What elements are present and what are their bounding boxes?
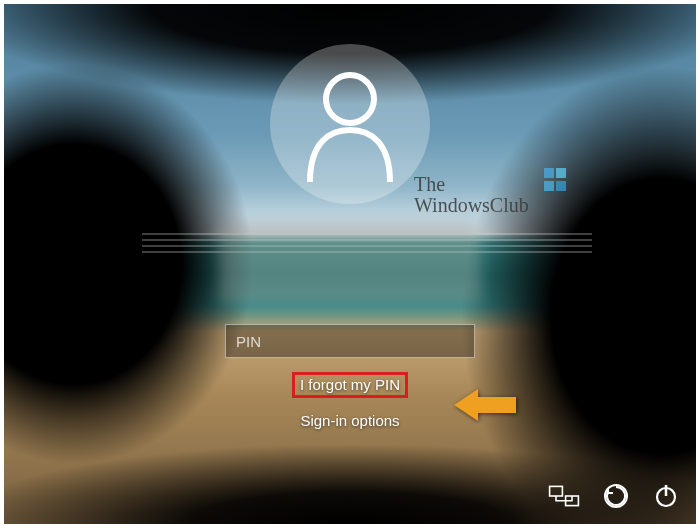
power-icon[interactable] <box>652 482 680 514</box>
forgot-pin-link[interactable]: I forgot my PIN <box>300 376 400 393</box>
svg-rect-1 <box>550 486 563 496</box>
watermark-logo-icon <box>544 168 568 192</box>
pin-input[interactable] <box>225 324 475 358</box>
network-icon[interactable] <box>548 482 580 514</box>
lock-screen-frame: The WindowsClub I forgot my PIN Sign-in … <box>0 0 700 528</box>
user-icon <box>300 64 400 184</box>
svg-point-0 <box>326 75 374 123</box>
signin-options-link[interactable]: Sign-in options <box>300 412 399 429</box>
username-blurred <box>220 224 480 304</box>
login-panel: I forgot my PIN Sign-in options <box>170 44 530 429</box>
user-avatar <box>270 44 430 204</box>
annotation-arrow <box>454 389 516 421</box>
ease-of-access-icon[interactable] <box>602 482 630 514</box>
system-icons <box>548 482 680 514</box>
forgot-pin-wrap: I forgot my PIN <box>292 372 408 398</box>
